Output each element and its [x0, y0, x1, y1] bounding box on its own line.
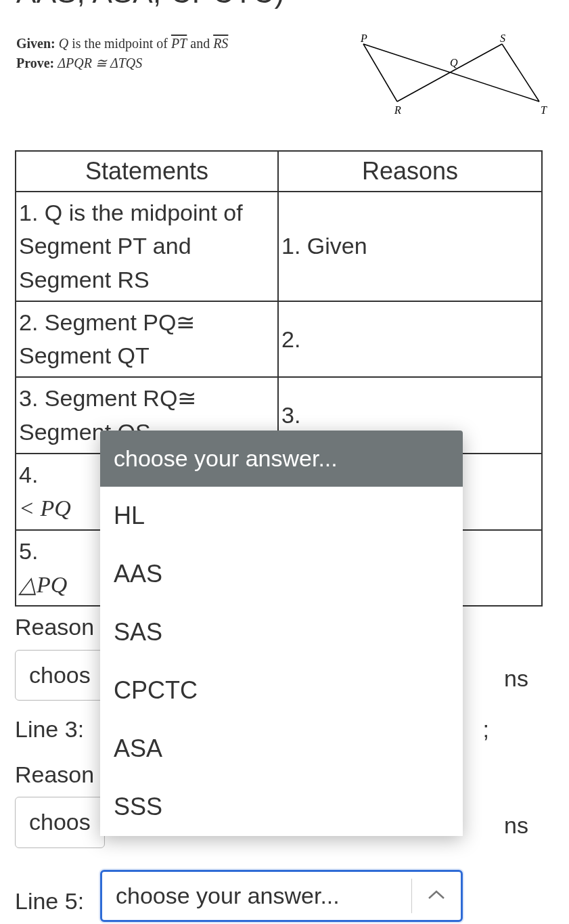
statement-2: 2. Segment PQ≅ Segment QT	[16, 301, 278, 378]
answer-select-1[interactable]: choos	[15, 650, 105, 701]
given-line: Given: Q is the midpoint of PT and RS	[16, 34, 334, 53]
answer-dropdown-list: choose your answer... HL AAS SAS CPCTC A…	[100, 431, 463, 836]
line3-label: Line 3:	[15, 713, 84, 746]
dropdown-option-sss[interactable]: SSS	[100, 778, 463, 836]
prove-label: Prove:	[16, 56, 54, 70]
dropdown-placeholder-option[interactable]: choose your answer...	[100, 431, 463, 487]
given-label: Given:	[16, 36, 55, 51]
statement-1: 1. Q is the midpoint of Segment PT and S…	[16, 192, 278, 301]
dropdown-option-cpctc[interactable]: CPCTC	[100, 661, 463, 720]
answer-select-2[interactable]: choos	[15, 797, 105, 848]
segment-rs: RS	[213, 36, 228, 51]
page-heading-partial: AAS, ASA, CPCTC)	[0, 0, 569, 9]
triangle-diagram: P Q R S T	[350, 34, 553, 122]
statement-5-prefix: 5.	[19, 538, 38, 564]
diagram-label-r: R	[394, 104, 401, 116]
answer-select-active[interactable]: choose your answer...	[100, 870, 463, 922]
line3-suffix: ;	[483, 713, 489, 746]
answer-select-active-text: choose your answer...	[102, 872, 411, 920]
dropdown-option-aas[interactable]: AAS	[100, 545, 463, 603]
svg-line-0	[363, 44, 539, 102]
svg-line-1	[363, 44, 397, 102]
table-row: 1. Q is the midpoint of Segment PT and S…	[16, 192, 542, 301]
statements-header: Statements	[16, 151, 278, 192]
prove-line: Prove: ΔPQR ≅ ΔTQS	[16, 53, 334, 73]
segment-pt: PT	[171, 36, 187, 51]
reason-2: 2.	[278, 301, 542, 378]
trailing-ns-2: ns	[504, 809, 528, 842]
given-prove-text: Given: Q is the midpoint of PT and RS Pr…	[16, 34, 334, 73]
statement-4-prefix: 4.	[19, 462, 38, 487]
given-q: Q	[59, 36, 68, 51]
diagram-label-q: Q	[450, 57, 458, 68]
statement-5-math: △PQ	[19, 572, 67, 597]
chevron-up-icon	[412, 888, 461, 904]
given-pre: is the midpoint of	[68, 36, 171, 51]
trailing-ns-1: ns	[504, 662, 528, 695]
dropdown-option-asa[interactable]: ASA	[100, 720, 463, 778]
svg-line-4	[502, 44, 539, 102]
prove-text: ΔPQR ≅ ΔTQS	[58, 56, 142, 70]
reason-1: 1. Given	[278, 192, 542, 301]
dropdown-option-sas[interactable]: SAS	[100, 603, 463, 661]
statement-4-math: < PQ	[19, 496, 71, 521]
diagram-label-s: S	[500, 34, 505, 44]
problem-statement-row: Given: Q is the midpoint of PT and RS Pr…	[0, 9, 569, 122]
given-and: and	[187, 36, 213, 51]
diagram-label-p: P	[360, 34, 367, 44]
answer-select-2-text: choos	[16, 797, 104, 847]
answer-select-1-text: choos	[16, 651, 104, 700]
svg-line-3	[451, 44, 502, 72]
dropdown-option-hl[interactable]: HL	[100, 487, 463, 545]
diagram-label-t: T	[541, 104, 547, 116]
table-row: 2. Segment PQ≅ Segment QT 2.	[16, 301, 542, 378]
svg-line-2	[397, 72, 451, 102]
reasons-header: Reasons	[278, 151, 542, 192]
